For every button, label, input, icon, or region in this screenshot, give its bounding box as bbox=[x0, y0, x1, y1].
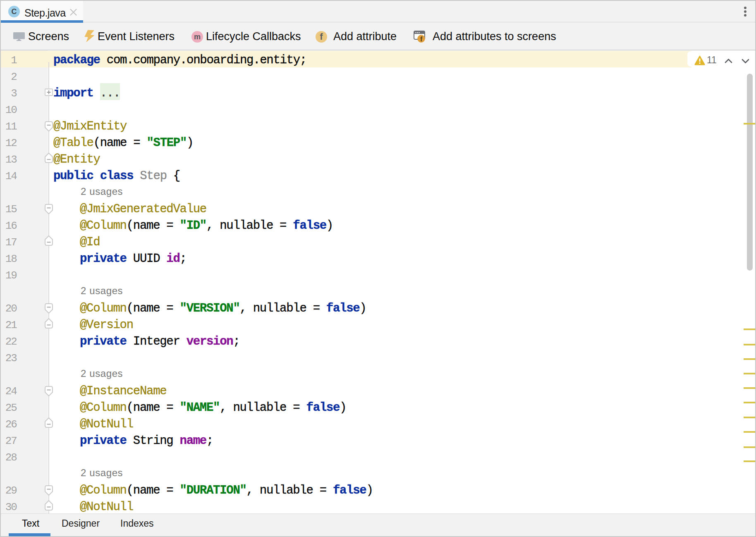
svg-text:f: f bbox=[420, 36, 423, 43]
